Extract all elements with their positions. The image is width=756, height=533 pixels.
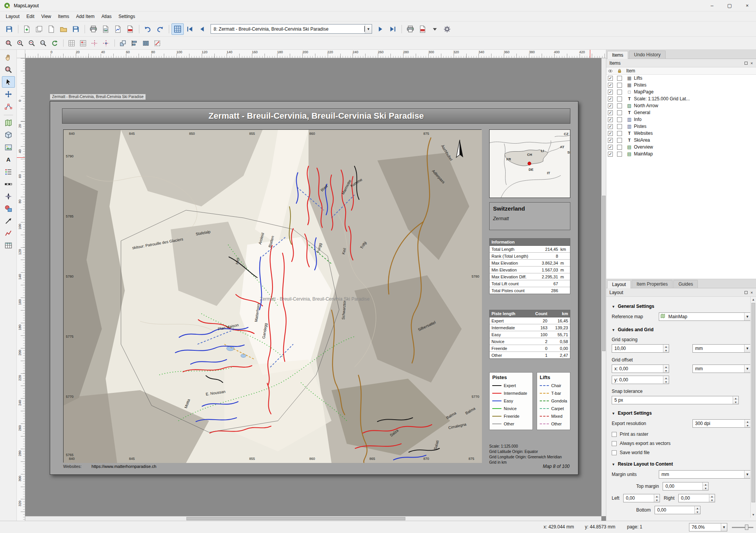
spin-arrows[interactable]: ▲▼ — [663, 365, 669, 373]
maximize-button[interactable]: ▢ — [721, 0, 738, 11]
visibility-checkbox[interactable] — [608, 152, 613, 157]
layer-item-row[interactable]: Lifts — [606, 75, 756, 82]
spin-arrows[interactable]: ▲▼ — [733, 396, 738, 404]
menu-item[interactable]: Items — [55, 12, 73, 21]
lifts-legend-item[interactable]: Lifts Chair T-bar Gondola — [537, 372, 570, 430]
section-general-settings[interactable]: ▼General Settings — [612, 304, 751, 309]
menu-item[interactable]: Settings — [115, 12, 139, 21]
visibility-checkbox[interactable] — [608, 131, 613, 136]
checkbox[interactable] — [612, 432, 617, 437]
websites-item[interactable]: Websites: https://www.matterhornparadise… — [63, 464, 156, 469]
layer-item-row[interactable]: MapPage — [606, 88, 756, 95]
chevron-down-icon[interactable]: ▼ — [744, 365, 750, 373]
add-picture-tool[interactable] — [2, 142, 15, 153]
export-atlas-button[interactable] — [416, 23, 429, 35]
lock-checkbox[interactable] — [617, 152, 622, 157]
chevron-down-icon[interactable]: ▼ — [744, 313, 750, 320]
add-arrow-tool[interactable] — [2, 215, 15, 227]
chevron-down-icon[interactable]: ▼ — [744, 345, 750, 352]
scroll-down-arrow[interactable]: ▼ — [751, 512, 756, 518]
zoom-out-button[interactable] — [26, 38, 38, 48]
section-guides-and-grid[interactable]: ▼Guides and Grid — [612, 327, 751, 332]
chevron-down-icon[interactable]: ▼ — [365, 25, 372, 33]
panel-tab[interactable]: Layout — [607, 280, 631, 288]
visibility-checkbox[interactable] — [608, 124, 613, 129]
add-pages-button[interactable] — [45, 23, 57, 35]
close-panel-icon[interactable]: × — [751, 62, 753, 65]
grid-offset-unit-combo[interactable]: mm ▼ — [692, 365, 751, 373]
distribute-items-button[interactable] — [140, 38, 152, 48]
last-feature-button[interactable] — [387, 23, 399, 35]
zoom-tool[interactable] — [2, 64, 15, 75]
add-legend-tool[interactable] — [2, 166, 15, 178]
new-layout-button[interactable] — [21, 23, 33, 35]
move-item-content-tool[interactable] — [2, 88, 15, 100]
menu-item[interactable]: View — [38, 12, 55, 21]
visibility-checkbox[interactable] — [608, 83, 613, 88]
lock-checkbox[interactable] — [617, 103, 622, 108]
scrollbar-thumb[interactable] — [602, 196, 606, 352]
spin-arrows[interactable]: ▲▼ — [694, 506, 700, 514]
layer-item-row[interactable]: Info — [606, 116, 756, 123]
grid-offset-y-spinbox[interactable]: y: 0,00 ▲▼ — [612, 376, 669, 384]
show-grid-button[interactable] — [66, 38, 77, 48]
atlas-settings-button[interactable] — [441, 23, 453, 35]
undo-button[interactable] — [142, 23, 154, 35]
menu-item[interactable]: Layout — [2, 12, 23, 21]
zoom-full-button[interactable] — [3, 38, 15, 48]
next-feature-button[interactable] — [374, 23, 387, 35]
checkbox[interactable] — [612, 441, 617, 446]
layout-title-banner[interactable]: Zermatt - Breuil-Cervinia, Breuil-Cervin… — [62, 108, 570, 124]
visibility-checkbox[interactable] — [608, 145, 613, 150]
layer-item-row[interactable]: Pistes — [606, 123, 756, 130]
right-margin-spinbox[interactable]: 0,00 ▲▼ — [678, 494, 715, 502]
scroll-up-arrow[interactable]: ▲ — [751, 297, 756, 302]
visibility-checkbox[interactable] — [608, 138, 613, 143]
save-project-button[interactable] — [3, 23, 15, 35]
visibility-checkbox[interactable] — [608, 90, 613, 95]
snap-to-grid-button[interactable] — [77, 38, 89, 48]
pistes-legend-item[interactable]: Pistes Expert Intermediate Ea — [489, 372, 533, 430]
export-atlas-menu-button[interactable] — [429, 23, 441, 35]
duplicate-layout-button[interactable] — [33, 23, 45, 35]
add-north-arrow-tool[interactable] — [2, 191, 15, 202]
scale-info-item[interactable]: Scale: 1:125.000Grid Latitude Origin: Eq… — [489, 444, 570, 465]
close-button[interactable]: × — [738, 0, 756, 11]
lock-checkbox[interactable] — [617, 90, 622, 95]
information-table-item[interactable]: Information Total Length 214,45 km Rank … — [489, 238, 570, 294]
lock-checkbox[interactable] — [617, 124, 622, 129]
layer-item-row[interactable]: Scale: 1:125.000 Grid Lat... — [606, 95, 756, 102]
main-map-item[interactable]: 8408458508558608758408458558608658708755… — [63, 129, 482, 463]
export-as-image-button[interactable] — [100, 23, 112, 35]
panel-tab[interactable]: Item Properties — [632, 280, 673, 288]
map-counter-item[interactable]: Map 8 of 100 — [543, 464, 570, 469]
export-as-svg-button[interactable] — [112, 23, 124, 35]
zoom-slider[interactable] — [732, 524, 753, 530]
layer-item-row[interactable]: North Arrow — [606, 102, 756, 109]
zoom-level-combo[interactable]: 76.0% ▼ — [689, 523, 727, 531]
spin-arrows[interactable]: ▲▼ — [663, 376, 669, 384]
spin-arrows[interactable]: ▲▼ — [709, 494, 715, 502]
add-node-item-tool[interactable] — [2, 227, 15, 239]
close-panel-icon[interactable]: × — [751, 291, 753, 294]
previous-feature-button[interactable] — [196, 23, 208, 35]
print-layout-button[interactable] — [87, 23, 100, 35]
lock-checkbox[interactable] — [617, 145, 622, 150]
overview-map-item[interactable]: FRCHLIATITCZDESI — [489, 129, 570, 198]
panel-tab[interactable]: Undo History — [629, 51, 665, 59]
lock-checkbox[interactable] — [617, 138, 622, 143]
visibility-checkbox[interactable] — [608, 110, 613, 115]
menu-item[interactable]: Add Item — [73, 12, 98, 21]
menu-item[interactable]: Edit — [23, 12, 38, 21]
menu-item[interactable]: Atlas — [98, 12, 115, 21]
visibility-checkbox[interactable] — [608, 96, 613, 101]
show-guides-button[interactable] — [89, 38, 100, 48]
layer-item-row[interactable]: General — [606, 109, 756, 116]
save-as-template-button[interactable] — [70, 23, 82, 35]
lock-checkbox[interactable] — [617, 117, 622, 122]
margin-units-combo[interactable]: mm ▼ — [659, 470, 751, 479]
panel-tab[interactable]: Guides — [673, 280, 698, 288]
grid-spacing-spinbox[interactable]: 10,00 ▲▼ — [612, 344, 669, 353]
scrollbar-thumb[interactable] — [751, 303, 755, 502]
chevron-down-icon[interactable]: ▼ — [721, 523, 727, 531]
